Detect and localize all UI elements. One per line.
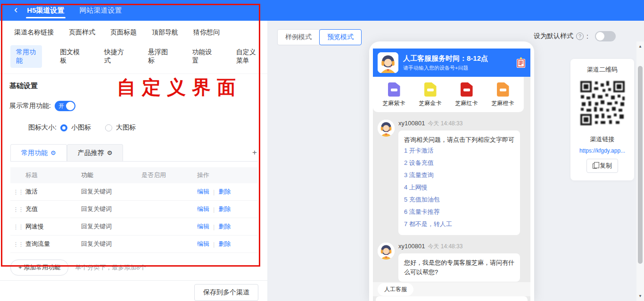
service-hours-title: 人工客服服务时间：8-12点	[403, 54, 488, 63]
sim-card-orange[interactable]: 芝麻橙卡	[492, 82, 514, 107]
card-tab-common-label: 常用功能	[21, 149, 48, 157]
delete-link[interactable]: 删除	[218, 222, 231, 231]
sender-name: xy100801	[398, 120, 425, 127]
quick-reply-bar: 人工客服	[373, 282, 530, 296]
sim-card-label: 芝麻红卡	[455, 99, 478, 107]
tab-image-text-template[interactable]: 图文模板	[54, 45, 86, 68]
back-chevron-icon[interactable]: ‹	[14, 5, 17, 15]
delete-link[interactable]: 删除	[218, 205, 231, 213]
nav-guess-you-ask[interactable]: 猜你想问	[193, 28, 220, 37]
chat-header: 人工客服服务时间：8-12点 请手动输入您的设备号+问题	[373, 49, 530, 77]
message-bubble: 您好，我是您的专属客服芝麻，请问有什么可以帮您?	[398, 253, 520, 282]
sim-card-icon	[497, 82, 509, 97]
table-row: ⋮⋮ 充值 回复关键词 编辑|删除	[10, 201, 258, 218]
sim-card-gold[interactable]: 芝麻金卡	[419, 82, 442, 107]
sim-card-purple[interactable]: 芝麻紫卡	[383, 82, 405, 107]
copy-label: 复制	[600, 162, 612, 170]
edit-link[interactable]: 编辑	[197, 205, 209, 213]
message-text: 咨询相关问题，请点击下列相应文字即可	[404, 136, 514, 143]
delete-link[interactable]: 删除	[218, 240, 231, 248]
chat-option-link[interactable]: 7 都不是，转人工	[404, 218, 514, 230]
preview-mode-button[interactable]: 预览模式	[319, 29, 362, 45]
default-style-toggle[interactable]	[595, 31, 616, 41]
tab-site-channel-settings[interactable]: 网站渠道设置	[79, 1, 123, 20]
col-function: 功能	[81, 171, 141, 179]
tab-function-settings[interactable]: 功能设置	[186, 45, 218, 68]
radio-large-icon[interactable]	[105, 124, 112, 131]
page-scrollbar[interactable]: ▲ ▼	[636, 41, 644, 301]
channel-qr-panel: 渠道二维码 渠道链接	[570, 59, 634, 180]
red-seal-icon[interactable]	[516, 57, 526, 68]
tab-common-functions[interactable]: 常用功能	[10, 45, 42, 68]
service-avatar	[378, 52, 398, 73]
help-question-icon[interactable]: ?	[576, 33, 584, 40]
edit-link[interactable]: 编辑	[197, 222, 209, 231]
edit-link[interactable]: 编辑	[197, 240, 209, 248]
col-enabled: 是否启用	[141, 171, 197, 179]
sample-mode-button[interactable]: 样例模式	[277, 29, 320, 45]
drag-handle-icon[interactable]: ⋮⋮	[10, 206, 25, 213]
colon: :	[586, 33, 588, 40]
chat-option-link[interactable]: 5 充值加油包	[404, 194, 514, 206]
gear-icon[interactable]: ⚙	[107, 149, 113, 156]
sim-card-icon	[424, 82, 437, 97]
copy-link-button[interactable]: 复制	[586, 159, 618, 173]
radio-large-icon-label[interactable]: 大图标	[116, 123, 136, 132]
tab-custom-menu[interactable]: 自定义菜单	[231, 45, 267, 68]
chat-option-link[interactable]: 2 设备充值	[404, 157, 514, 169]
functions-table: 标题 功能 是否启用 操作 ⋮⋮ 激活 回复关键词 编辑|删除 ⋮⋮ 充值 回复…	[10, 167, 258, 253]
toggle-on-text: 开	[58, 103, 64, 109]
delete-link[interactable]: 删除	[218, 187, 231, 196]
scroll-up-arrow-icon[interactable]: ▲	[636, 44, 644, 49]
icon-size-label: 图标大小:	[28, 123, 57, 132]
col-action: 操作	[197, 171, 258, 179]
chat-option-link[interactable]: 6 流量卡推荐	[404, 206, 514, 218]
nav-page-style[interactable]: 页面样式	[69, 28, 95, 37]
chat-message: xy100801今天 14:48:33 咨询相关问题，请点击下列相应文字即可 1…	[378, 120, 527, 235]
add-tab-plus-icon[interactable]: +	[252, 148, 257, 157]
settings-nav-row: 渠道名称链接 页面样式 页面标题 顶部导航 猜你想问	[0, 21, 267, 41]
tab-h5-channel-settings[interactable]: H5渠道设置	[26, 1, 65, 20]
sim-cards-panel: 芝麻紫卡 芝麻金卡 芝麻红卡 芝麻橙卡	[373, 77, 524, 112]
scrollbar-thumb[interactable]	[638, 66, 643, 264]
sim-card-icon	[388, 82, 400, 97]
drag-handle-icon[interactable]: ⋮⋮	[10, 188, 25, 195]
chat-option-link[interactable]: 3 流量查询	[404, 169, 514, 181]
drag-handle-icon[interactable]: ⋮⋮	[10, 223, 25, 230]
sim-card-label: 芝麻紫卡	[383, 99, 405, 107]
phone-preview-frame: 人工客服服务时间：8-12点 请手动输入您的设备号+问题 芝麻紫卡	[369, 41, 534, 301]
radio-small-icon[interactable]	[60, 124, 67, 131]
channel-qr-code	[579, 80, 626, 127]
message-bubble: 咨询相关问题，请点击下列相应文字即可 1 开卡激活 2 设备充值 3 流量查询 …	[398, 130, 520, 235]
show-common-functions-label: 展示常用功能:	[9, 102, 51, 110]
edit-link[interactable]: 编辑	[197, 187, 209, 196]
copy-icon	[593, 163, 597, 169]
chat-option-link[interactable]: 4 上网慢	[404, 181, 514, 194]
gear-icon[interactable]: ⚙	[50, 149, 56, 156]
function-card-tabs: 常用功能 ⚙ 产品推荐 ⚙ +	[10, 144, 258, 162]
add-common-function-button[interactable]: + 添加常用功能	[10, 260, 68, 276]
channel-link-title: 渠道链接	[575, 135, 629, 144]
tab-shortcuts[interactable]: 快捷方式	[99, 45, 130, 68]
channel-link-url[interactable]: https://kfgdy.app...	[575, 147, 629, 154]
nav-top-navigation[interactable]: 顶部导航	[152, 28, 178, 37]
scroll-down-arrow-icon[interactable]: ▼	[636, 294, 644, 298]
message-text: 您好，我是您的专属客服芝麻，请问有什么可以帮您?	[404, 259, 514, 276]
card-tab-product-recommend[interactable]: 产品推荐 ⚙	[67, 144, 124, 161]
radio-small-icon-label[interactable]: 小图标	[71, 123, 91, 132]
table-row: ⋮⋮ 网速慢 回复关键词 编辑|删除	[10, 218, 258, 236]
show-common-functions-toggle[interactable]: 开	[55, 101, 75, 111]
drag-handle-icon[interactable]: ⋮⋮	[10, 241, 25, 248]
tab-floating-icon[interactable]: 悬浮图标	[142, 45, 174, 68]
nav-page-title[interactable]: 页面标题	[110, 28, 137, 37]
card-tab-common-functions[interactable]: 常用功能 ⚙	[10, 144, 67, 161]
chat-input-bar[interactable]	[376, 296, 528, 301]
panel-divider	[0, 280, 267, 281]
nav-channel-name-link[interactable]: 渠道名称链接	[14, 28, 54, 37]
sim-card-red[interactable]: 芝麻红卡	[455, 82, 478, 107]
table-header-row: 标题 功能 是否启用 操作	[10, 167, 258, 183]
sender-name: xy100801	[398, 243, 425, 250]
chat-option-link[interactable]: 1 开卡激活	[404, 145, 514, 157]
save-to-multiple-channels-button[interactable]: 保存到多个渠道	[194, 284, 258, 301]
quick-reply-human-service[interactable]: 人工客服	[378, 283, 413, 296]
